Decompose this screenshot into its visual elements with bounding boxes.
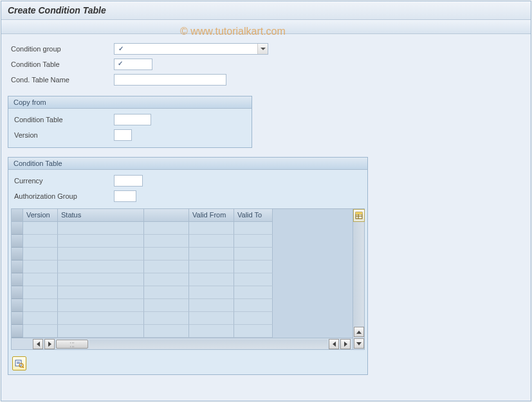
cell-valid-from[interactable] (189, 222, 234, 235)
row-selector[interactable] (12, 273, 23, 286)
table-row[interactable] (12, 273, 353, 286)
col-header-valid-from[interactable]: Valid From (189, 209, 234, 222)
cell-status[interactable] (58, 248, 144, 260)
table-row[interactable] (12, 325, 353, 338)
cell-valid-from[interactable] (189, 286, 234, 299)
hscroll-thumb[interactable] (56, 340, 88, 349)
table-row[interactable] (12, 235, 353, 248)
scroll-down-icon[interactable] (354, 338, 364, 349)
content-area: Condition group Condition Table Cond. Ta… (1, 34, 531, 383)
cell-version[interactable] (23, 222, 58, 235)
data-grid: Version Status Valid From Valid To (11, 208, 365, 350)
table-row[interactable] (12, 248, 353, 260)
grid-body (12, 222, 353, 338)
row-selector[interactable] (12, 235, 23, 248)
cell-version[interactable] (23, 286, 58, 299)
cell-valid-from[interactable] (189, 235, 234, 248)
label-condition-group: Condition group (8, 45, 114, 53)
cell-status[interactable] (58, 286, 144, 299)
cell-valid-to[interactable] (234, 286, 273, 299)
scroll-right-icon[interactable] (44, 339, 55, 349)
row-selector[interactable] (12, 286, 23, 299)
cell-status[interactable] (58, 235, 144, 248)
cell-status[interactable] (58, 260, 144, 273)
grid-vscrollbar[interactable] (353, 209, 364, 349)
cell-valid-to[interactable] (234, 248, 273, 260)
cell-valid-from[interactable] (189, 325, 234, 338)
scroll-up-icon[interactable] (354, 327, 364, 337)
cell-version[interactable] (23, 299, 58, 312)
cell-version[interactable] (23, 273, 58, 286)
scroll-left-icon[interactable] (33, 339, 43, 349)
col-header-blank[interactable] (144, 209, 189, 222)
row-selector[interactable] (12, 260, 23, 273)
cell-version[interactable] (23, 235, 58, 248)
row-selector[interactable] (12, 312, 23, 325)
label-currency: Currency (11, 177, 114, 185)
scroll-right-icon-2[interactable] (340, 339, 351, 349)
input-copy-condition-table[interactable] (114, 114, 151, 125)
cell-valid-to[interactable] (234, 222, 273, 235)
cell-valid-to[interactable] (234, 325, 273, 338)
input-currency[interactable] (114, 175, 143, 187)
cell-version[interactable] (23, 260, 58, 273)
table-row[interactable] (12, 286, 353, 299)
cell-blank[interactable] (144, 312, 189, 325)
dropdown-condition-group[interactable] (114, 43, 268, 55)
cell-valid-to[interactable] (234, 260, 273, 273)
cell-valid-to[interactable] (234, 235, 273, 248)
groupbox-condition-table: Condition Table Currency Authorization G… (8, 157, 368, 375)
label-copy-version: Version (11, 131, 114, 139)
cell-blank[interactable] (144, 260, 189, 273)
row-condition-table: Condition Table (8, 57, 524, 71)
scroll-left-icon-2[interactable] (329, 339, 339, 349)
chevron-down-icon[interactable] (257, 44, 268, 54)
row-selector[interactable] (12, 299, 23, 312)
cell-blank[interactable] (144, 299, 189, 312)
row-condition-group: Condition group (8, 42, 524, 56)
cell-status[interactable] (58, 273, 144, 286)
cell-valid-to[interactable] (234, 312, 273, 325)
input-auth-group[interactable] (114, 190, 136, 202)
app-toolbar (1, 20, 531, 34)
cell-valid-from[interactable] (189, 273, 234, 286)
cell-status[interactable] (58, 312, 144, 325)
cell-valid-from[interactable] (189, 248, 234, 260)
label-cond-table-name: Cond. Table Name (8, 76, 114, 84)
cell-version[interactable] (23, 248, 58, 260)
groupbox-condition-table-title: Condition Table (8, 158, 367, 170)
cell-blank[interactable] (144, 235, 189, 248)
hscroll-track[interactable] (89, 340, 327, 349)
cell-status[interactable] (58, 222, 144, 235)
cell-valid-from[interactable] (189, 260, 234, 273)
cell-valid-to[interactable] (234, 299, 273, 312)
col-header-valid-to[interactable]: Valid To (234, 209, 273, 222)
col-header-version[interactable]: Version (23, 209, 58, 222)
row-selector[interactable] (12, 248, 23, 260)
cell-version[interactable] (23, 312, 58, 325)
table-row[interactable] (12, 299, 353, 312)
row-selector[interactable] (12, 222, 23, 235)
col-header-status[interactable]: Status (58, 209, 144, 222)
grid-hscrollbar[interactable] (12, 338, 353, 349)
input-copy-version[interactable] (114, 129, 132, 141)
cell-valid-to[interactable] (234, 273, 273, 286)
table-settings-icon[interactable] (353, 209, 365, 222)
grid-select-all[interactable] (12, 209, 23, 222)
cell-status[interactable] (58, 325, 144, 338)
cell-blank[interactable] (144, 222, 189, 235)
cell-blank[interactable] (144, 248, 189, 260)
table-row[interactable] (12, 222, 353, 235)
table-row[interactable] (12, 260, 353, 273)
cell-valid-from[interactable] (189, 299, 234, 312)
cell-status[interactable] (58, 299, 144, 312)
table-row[interactable] (12, 312, 353, 325)
cell-version[interactable] (23, 325, 58, 338)
cell-valid-from[interactable] (189, 312, 234, 325)
input-cond-table-name[interactable] (114, 74, 226, 86)
cell-blank[interactable] (144, 273, 189, 286)
cell-blank[interactable] (144, 325, 189, 338)
detail-view-button[interactable] (12, 356, 26, 370)
row-selector[interactable] (12, 325, 23, 338)
cell-blank[interactable] (144, 286, 189, 299)
